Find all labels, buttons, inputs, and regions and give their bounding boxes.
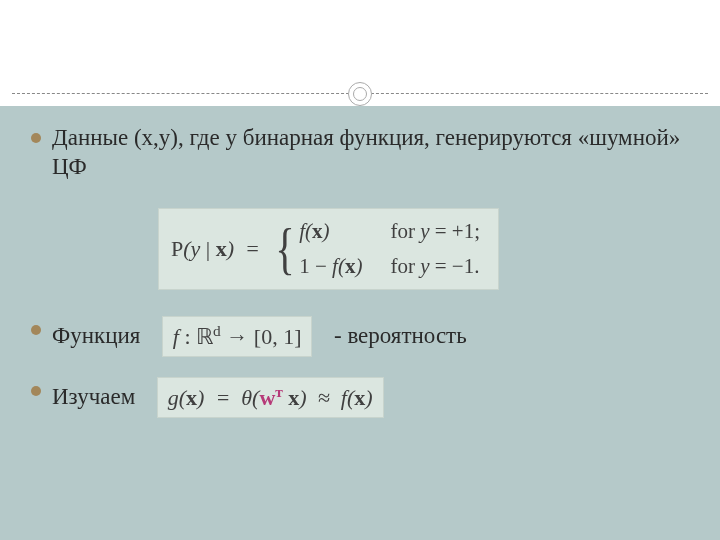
case2-right: for y = −1. [390,254,480,279]
content-area: Данные (x,y), где y бинарная функция, ге… [0,106,720,540]
case1-left: f(x) [299,219,362,244]
bullet-1-text: Данные (x,y), где y бинарная функция, ге… [52,125,680,179]
bullet-item-2: Функция f : ℝd → [0, 1] - вероятность [28,316,692,357]
case2-left: 1 − f(x) [299,254,362,279]
bullet-list: Данные (x,y), где y бинарная функция, ге… [28,124,692,418]
bullet-item-3: Изучаем g(x) = θ(wт x) ≈ f(x) [28,377,692,418]
bullet-item-1: Данные (x,y), где y бинарная функция, ге… [28,124,692,182]
divider-ornament [348,82,372,106]
bullet-3-text: Изучаем [52,383,147,412]
formula-g-inline: g(x) = θ(wт x) ≈ f(x) [157,377,384,418]
bullet-2-after: - вероятность [322,322,466,351]
main-formula-block: P(y | x) = { f(x) for y = +1; 1 − f(x) f… [158,208,499,290]
formula-lhs: P(y | x) = [171,236,265,262]
divider-ornament-inner [353,87,367,101]
formula-f-inline: f : ℝd → [0, 1] [162,316,313,357]
brace-icon: { [276,220,295,278]
title-area [0,0,720,82]
formula-cases: f(x) for y = +1; 1 − f(x) for y = −1. [299,219,480,279]
case1-right: for y = +1; [390,219,480,244]
divider [0,82,720,106]
slide: Данные (x,y), где y бинарная функция, ге… [0,0,720,540]
bullet-2-before: Функция [52,322,152,351]
